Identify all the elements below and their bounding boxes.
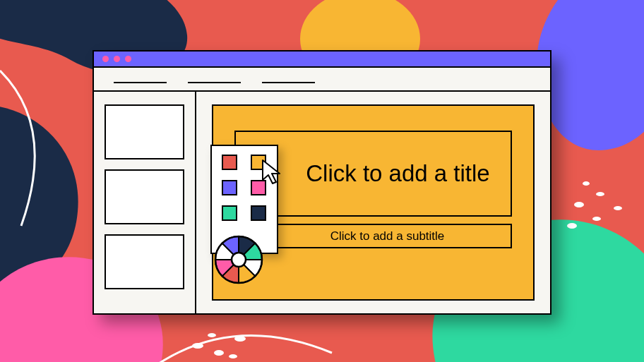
app-window: Click to add a title Click to add a subt… — [93, 50, 551, 315]
content-area: Click to add a title Click to add a subt… — [94, 92, 550, 313]
svg-point-5 — [208, 333, 216, 337]
title-bar — [94, 52, 550, 68]
slide-thumbnail[interactable] — [105, 234, 184, 289]
color-wheel-icon[interactable] — [214, 235, 263, 284]
svg-point-9 — [596, 192, 604, 196]
svg-point-1 — [192, 343, 203, 349]
slide-thumbnail[interactable] — [105, 169, 184, 224]
svg-point-3 — [234, 336, 246, 342]
svg-point-11 — [583, 181, 590, 186]
svg-point-7 — [592, 217, 601, 221]
svg-point-4 — [229, 354, 237, 358]
menu-item[interactable] — [114, 82, 167, 83]
swatch-green[interactable] — [222, 205, 237, 221]
menu-bar — [94, 68, 550, 92]
slide-thumbnail-panel — [94, 92, 196, 313]
swatch-navy[interactable] — [251, 205, 266, 221]
window-control-dot[interactable] — [102, 56, 109, 62]
swatch-purple[interactable] — [222, 180, 237, 195]
svg-point-8 — [567, 223, 577, 229]
window-control-dot[interactable] — [125, 56, 131, 62]
cursor-icon — [261, 159, 285, 186]
slide-thumbnail[interactable] — [105, 104, 184, 159]
svg-point-10 — [614, 206, 622, 210]
menu-item[interactable] — [188, 82, 241, 83]
svg-point-2 — [214, 350, 224, 356]
svg-point-6 — [574, 202, 584, 207]
swatch-coral[interactable] — [222, 155, 237, 170]
menu-item[interactable] — [262, 82, 315, 83]
window-control-dot[interactable] — [114, 56, 120, 62]
svg-point-13 — [232, 253, 246, 267]
